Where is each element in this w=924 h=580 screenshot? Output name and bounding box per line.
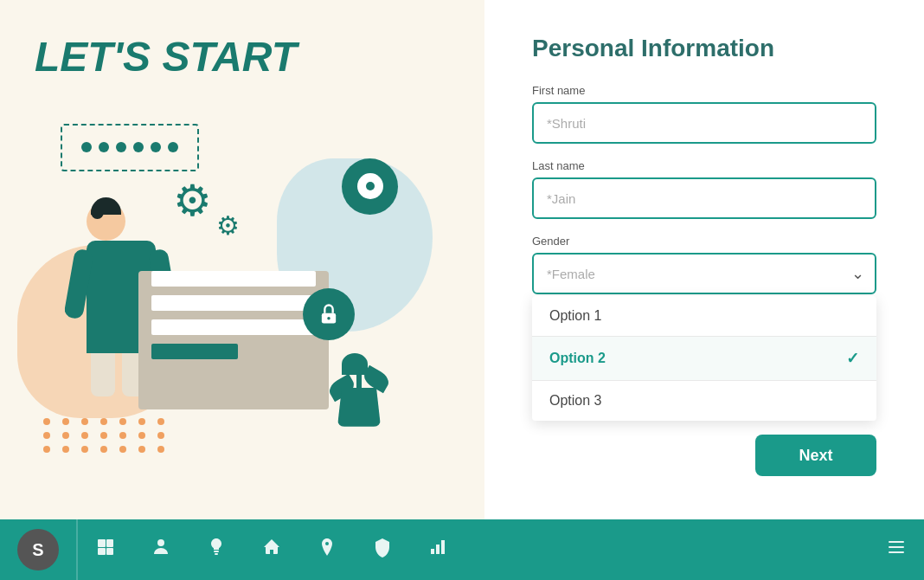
svg-rect-7 [214, 551, 219, 552]
dot-6 [168, 142, 178, 152]
lightbulb-icon [206, 537, 227, 557]
nav-item-menu[interactable] [886, 537, 907, 563]
plant-illustration [337, 345, 381, 431]
gear-large-icon: ⚙ [173, 176, 212, 226]
last-name-group: Last name [532, 159, 876, 219]
plant-leaf-top [342, 353, 368, 375]
svg-rect-2 [98, 539, 106, 547]
first-name-input[interactable] [532, 102, 876, 144]
dropdown-menu: Option 1 Option 2 ✓ Option 3 [532, 296, 876, 421]
bar-chart-icon [427, 537, 448, 557]
svg-rect-11 [436, 545, 440, 554]
person-leg-left [91, 353, 115, 396]
first-name-label: First name [532, 84, 876, 97]
illustration: ⚙ ⚙ [35, 106, 450, 470]
svg-rect-3 [106, 539, 113, 547]
dropdown-option-1-label: Option 1 [549, 308, 601, 324]
gear-small-icon: ⚙ [216, 210, 240, 241]
last-name-input[interactable] [532, 177, 876, 219]
dots-pattern [43, 418, 170, 453]
svg-point-9 [325, 542, 329, 545]
svg-rect-10 [431, 549, 434, 554]
svg-rect-15 [889, 551, 904, 553]
menu-icon [886, 537, 907, 557]
check-icon: ✓ [846, 349, 859, 368]
dot-3 [116, 142, 126, 152]
dropdown-option-2[interactable]: Option 2 ✓ [532, 337, 876, 380]
svg-rect-14 [889, 546, 904, 548]
svg-rect-5 [106, 548, 113, 555]
last-name-label: Last name [532, 159, 876, 172]
section-title: Personal Information [532, 35, 876, 62]
first-name-group: First name [532, 84, 876, 144]
svg-rect-13 [889, 541, 904, 543]
desk-line-2 [151, 295, 316, 311]
gender-select[interactable]: *Female [532, 253, 876, 294]
plant-pot [337, 388, 381, 427]
person-head [87, 202, 125, 241]
dropdown-option-3-label: Option 3 [549, 393, 601, 409]
nav-item-location[interactable] [317, 537, 337, 563]
dot-5 [151, 142, 161, 152]
avatar[interactable]: S [17, 529, 59, 570]
page-title: LET'S START [35, 35, 450, 81]
svg-rect-12 [441, 540, 445, 554]
desk-body [138, 271, 329, 409]
nav-item-shield[interactable] [372, 537, 393, 563]
nav-item-dashboard[interactable] [95, 537, 116, 563]
nav-item-lightbulb[interactable] [206, 537, 227, 563]
target-icon [342, 158, 398, 215]
dropdown-option-1[interactable]: Option 1 [532, 296, 876, 336]
dropdown-option-3[interactable]: Option 3 [532, 381, 876, 421]
right-panel: Personal Information First name Last nam… [484, 0, 924, 519]
location-icon [317, 537, 337, 557]
svg-rect-8 [215, 553, 218, 555]
svg-rect-4 [98, 548, 106, 555]
gender-group: Gender *Female ⌄ Option 1 Option 2 ✓ [532, 235, 876, 294]
lock-icon [303, 288, 355, 340]
nav-item-person[interactable] [151, 537, 171, 563]
gender-label: Gender [532, 235, 876, 248]
dashboard-icon [95, 537, 116, 557]
desk-illustration [138, 254, 363, 427]
desk-line-teal [151, 344, 238, 359]
gender-select-wrapper: *Female ⌄ Option 1 Option 2 ✓ Option 3 [532, 253, 876, 294]
dot-2 [99, 142, 109, 152]
svg-point-1 [327, 317, 330, 320]
desk-line-3 [151, 319, 316, 335]
desk-line-1 [151, 271, 316, 287]
dropdown-option-2-label: Option 2 [549, 351, 606, 366]
next-button[interactable]: Next [755, 435, 876, 476]
home-icon [261, 537, 282, 557]
person-icon [151, 537, 171, 557]
dot-4 [133, 142, 144, 152]
svg-point-6 [157, 539, 164, 546]
nav-items [95, 537, 907, 563]
shield-icon [372, 537, 393, 557]
nav-separator [76, 519, 78, 580]
bottom-nav: S [0, 519, 924, 580]
dot-1 [81, 142, 92, 152]
nav-item-home[interactable] [261, 537, 282, 563]
nav-item-barchart[interactable] [427, 537, 448, 563]
person-hair [91, 197, 121, 215]
left-panel: LET'S START ⚙ ⚙ [0, 0, 484, 519]
dotted-rect [61, 124, 199, 171]
